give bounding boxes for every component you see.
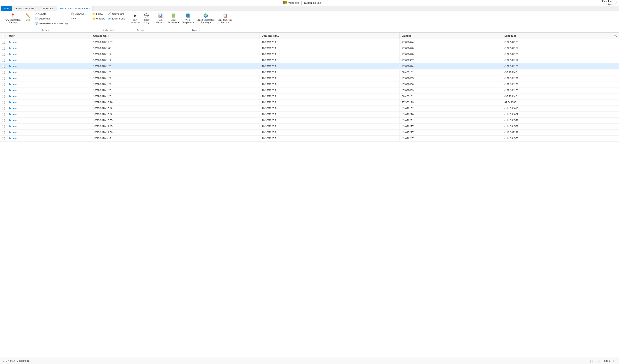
header-user-label: User — [9, 34, 15, 37]
row-user[interactable]: fs demo — [7, 99, 91, 106]
edit-button[interactable]: ✏️ Edit — [22, 12, 33, 22]
run-report-button[interactable]: 📊 RunReport ▾ — [155, 12, 166, 25]
row-date-time: 10/29/2020 1... — [260, 70, 400, 75]
row-user[interactable]: fs demo — [7, 57, 91, 63]
refresh-icon[interactable]: ↻ — [614, 35, 617, 38]
row-checkbox-cell — [0, 87, 7, 94]
word-templates-icon: 📘 — [185, 13, 191, 18]
row-created-on: 10/29/2020 10:16 ... — [91, 99, 260, 106]
row-checkbox[interactable] — [2, 71, 5, 74]
row-latitude: 30.400181 — [400, 70, 502, 75]
header-longitude[interactable]: Longitude — [502, 33, 619, 39]
activate-icon: ✓ — [35, 13, 37, 15]
deactivate-button[interactable]: 📄 Deactivate — [34, 16, 69, 21]
row-user[interactable]: fs demo — [7, 63, 91, 70]
table-header-row: User Created On ↑ Date and Tim... Latitu… — [0, 33, 619, 39]
row-user[interactable]: fs demo — [7, 106, 91, 112]
header-latitude[interactable]: Latitude — [400, 33, 502, 39]
row-created-on: 10/30/2020 3:13 ... — [91, 136, 260, 141]
book-button[interactable]: Book — [70, 16, 87, 21]
row-user[interactable]: fs demo — [7, 112, 91, 118]
row-user[interactable]: fs demo — [7, 82, 91, 87]
run-workflow-button[interactable]: ▶ RunWorkflow — [129, 12, 141, 25]
row-checkbox[interactable] — [2, 95, 5, 98]
row-user[interactable]: fs demo — [7, 51, 91, 57]
tab-geolocation-tracking[interactable]: GEOLOCATION TRACKING — [57, 6, 93, 11]
row-checkbox[interactable] — [2, 47, 5, 50]
ribbon-group-data: 📊 RunReport ▾ 📗 ExcelTemplates ▾ 📘 WordT… — [153, 11, 236, 32]
email-link-button[interactable]: 📧 Email a Link — [107, 16, 126, 21]
start-dialog-button[interactable]: 💬 StartDialog — [141, 12, 151, 25]
row-checkbox[interactable] — [2, 131, 5, 134]
table-row: fs demo10/29/2020 1:25 ...10/29/2020 1..… — [0, 87, 619, 94]
row-user[interactable]: fs demo — [7, 39, 91, 45]
row-checkbox[interactable] — [2, 59, 5, 62]
row-checkbox[interactable] — [2, 101, 5, 104]
row-checkbox[interactable] — [2, 53, 5, 56]
row-checkbox[interactable] — [2, 113, 5, 116]
copy-link-button[interactable]: 🔗 Copy a Link — [107, 12, 126, 16]
row-created-on: 10/29/2020 1:24 ... — [91, 82, 260, 87]
unfollow-label: Unfollow — [96, 17, 105, 20]
row-created-on: 10/30/2020 10:55 ... — [91, 118, 260, 124]
content-area: User Created On ↑ Date and Tim... Latitu… — [0, 33, 619, 141]
row-user[interactable]: fs demo — [7, 118, 91, 124]
excel-templates-button[interactable]: 📗 ExcelTemplates ▾ — [166, 12, 180, 25]
row-user[interactable]: fs demo — [7, 124, 91, 129]
collaborate-col: ⭐ Follow ⭐ Unfollow — [91, 12, 106, 24]
row-user[interactable]: fs demo — [7, 75, 91, 82]
row-checkbox[interactable] — [2, 77, 5, 80]
table-row: fs demo10/30/2020 11:59 ...10/30/2020 1.… — [0, 129, 619, 136]
row-checkbox-cell — [0, 63, 7, 70]
export-geo-button[interactable]: 🌍 Export GeolocationTracking ▾ — [196, 12, 216, 25]
activate-button[interactable]: ✓ Activate — [34, 12, 69, 16]
header-created-on[interactable]: Created On ↑ — [91, 33, 260, 39]
ribbon-group-collaborate: ⭐ Follow ⭐ Unfollow 🔗 Copy a Link 📧 Emai… — [89, 11, 128, 32]
row-checkbox[interactable] — [2, 83, 5, 86]
new-geolocation-button[interactable]: 📍 New GeolocationTracking — [3, 12, 22, 25]
row-user[interactable]: fs demo — [7, 87, 91, 94]
row-checkbox[interactable] — [2, 89, 5, 92]
header-date-time[interactable]: Date and Tim... — [260, 33, 400, 39]
row-user[interactable]: fs demo — [7, 45, 91, 51]
tab-advanced-find[interactable]: ADVANCED FIND — [12, 6, 37, 11]
tab-list-tools[interactable]: LIST TOOLS — [37, 6, 56, 11]
row-user[interactable]: fs demo — [7, 136, 91, 141]
table-row: fs demo10/30/2020 3:13 ...10/30/2020 3..… — [0, 136, 619, 141]
export-selected-button[interactable]: 📋 Export SelectedRecords — [216, 12, 234, 25]
table-row: fs demo10/29/2020 1:24 ...10/29/2020 1..… — [0, 75, 619, 82]
row-latitude: 30.400181 — [400, 94, 502, 99]
show-as-button[interactable]: 📋 Show As ▾ — [70, 12, 87, 16]
email-link-label: Email a Link — [112, 17, 125, 20]
row-longitude: -114.364609 — [502, 112, 619, 118]
row-date-time: 10/30/2020 1... — [260, 124, 400, 129]
row-checkbox[interactable] — [2, 41, 5, 44]
table-row: fs demo10/30/2020 10:48 ...10/30/2020 1.… — [0, 106, 619, 112]
header-checkbox[interactable] — [0, 33, 7, 39]
row-longitude: -114.364578 — [502, 124, 619, 129]
word-templates-button[interactable]: 📘 WordTemplates ▾ — [181, 12, 195, 25]
row-created-on: 10/29/2020 1:20 ... — [91, 70, 260, 75]
help-icon[interactable]: ? — [615, 1, 617, 5]
row-user[interactable]: fs demo — [7, 70, 91, 75]
row-checkbox[interactable] — [2, 119, 5, 122]
select-all-checkbox[interactable] — [2, 35, 5, 37]
row-checkbox[interactable] — [2, 65, 5, 68]
unfollow-button[interactable]: ⭐ Unfollow — [91, 16, 106, 21]
top-bar: Microsoft Dynamics 365 First Last fsdemo… — [0, 0, 619, 6]
row-checkbox[interactable] — [2, 137, 5, 140]
delete-geo-button[interactable]: 🗑️ Delete Geolocation Tracking — [34, 21, 69, 26]
row-user[interactable]: fs demo — [7, 129, 91, 136]
records-table: User Created On ↑ Date and Tim... Latitu… — [0, 33, 619, 141]
follow-icon: ⭐ — [92, 13, 95, 15]
book-label: Book — [71, 17, 76, 20]
header-created-on-label: Created On — [93, 34, 107, 37]
row-user[interactable]: fs demo — [7, 94, 91, 99]
follow-button[interactable]: ⭐ Follow — [91, 12, 106, 16]
row-checkbox[interactable] — [2, 107, 5, 110]
tab-file[interactable]: FILE — [1, 6, 12, 11]
header-user[interactable]: User — [7, 33, 91, 39]
row-checkbox[interactable] — [2, 125, 5, 128]
header-date-time-label: Date and Tim... — [262, 34, 280, 37]
ribbon: 📍 New GeolocationTracking ✏️ Edit ✓ Acti… — [0, 11, 619, 33]
